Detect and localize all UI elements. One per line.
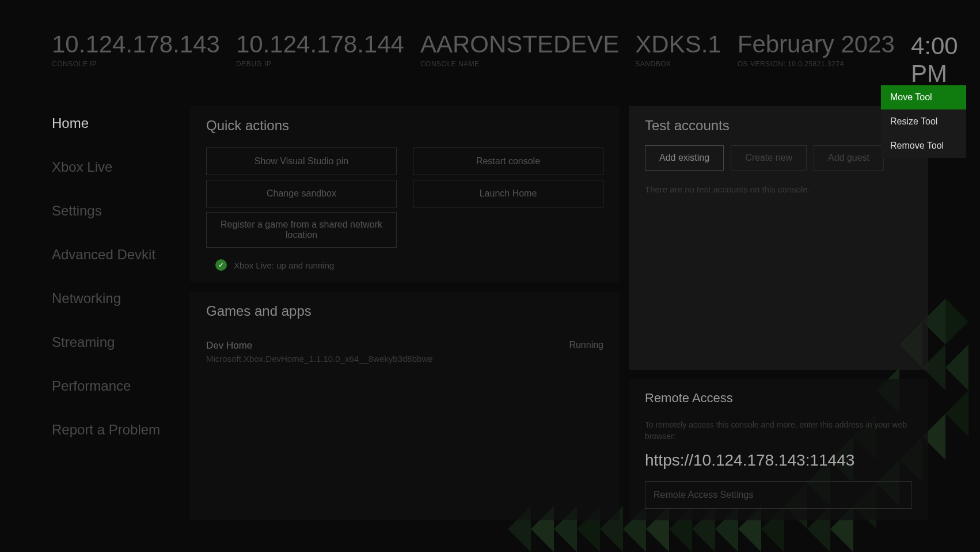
add-guest-button[interactable]: Add guest — [814, 145, 884, 171]
remote-access-settings-button[interactable]: Remote Access Settings — [645, 481, 912, 509]
sidebar-item-advanced-devkit[interactable]: Advanced Devkit — [52, 247, 190, 263]
header-bar: 10.124.178.143 CONSOLE IP 10.124.178.144… — [0, 0, 980, 88]
sidebar-item-networking[interactable]: Networking — [52, 290, 190, 307]
app-name: Dev Home — [206, 340, 433, 351]
sandbox-value: XDKS.1 — [635, 32, 721, 56]
sidebar-item-report-problem[interactable]: Report a Problem — [52, 422, 190, 438]
test-accounts-empty-text: There are no test accounts on this conso… — [645, 184, 912, 194]
header-console-name: AARONSTEDEVE CONSOLE NAME — [420, 32, 619, 68]
games-apps-title: Games and apps — [206, 303, 603, 319]
remote-access-desc: To remotely access this console and more… — [645, 419, 912, 442]
header-os-version: February 2023 OS VERSION: 10.0.25821.327… — [738, 32, 895, 68]
restart-console-button[interactable]: Restart console — [413, 148, 603, 175]
quick-actions-title: Quick actions — [206, 118, 603, 134]
app-id: Microsoft.Xbox.DevHome_1.1.10.0_x64__8we… — [206, 354, 433, 364]
add-existing-button[interactable]: Add existing — [645, 145, 724, 171]
sidebar: Home Xbox Live Settings Advanced Devkit … — [52, 106, 190, 520]
remote-access-title: Remote Access — [645, 391, 912, 406]
games-apps-panel: Games and apps Dev Home Microsoft.Xbox.D… — [190, 292, 620, 520]
console-name-value: AARONSTEDEVE — [420, 32, 619, 56]
app-row[interactable]: Dev Home Microsoft.Xbox.DevHome_1.1.10.0… — [206, 333, 603, 364]
quick-actions-panel: Quick actions Show Visual Studio pin Res… — [190, 106, 620, 282]
change-sandbox-button[interactable]: Change sandbox — [206, 180, 397, 207]
header-debug-ip: 10.124.178.144 DEBUG IP — [236, 32, 404, 68]
resize-tool-menu-item[interactable]: Resize Tool — [881, 109, 966, 134]
sidebar-item-home[interactable]: Home — [52, 115, 190, 131]
create-new-button[interactable]: Create new — [731, 145, 807, 171]
launch-home-button[interactable]: Launch Home — [413, 180, 603, 207]
debug-ip-value: 10.124.178.144 — [236, 32, 404, 56]
remove-tool-menu-item[interactable]: Remove Tool — [881, 134, 966, 158]
sidebar-item-streaming[interactable]: Streaming — [52, 334, 190, 350]
remote-access-url: https://10.124.178.143:11443 — [645, 451, 912, 470]
show-vs-pin-button[interactable]: Show Visual Studio pin — [206, 148, 397, 175]
xbox-live-status-text: Xbox Live: up and running — [234, 260, 334, 270]
console-name-label: CONSOLE NAME — [420, 60, 619, 68]
app-status: Running — [569, 340, 603, 364]
sidebar-item-settings[interactable]: Settings — [52, 203, 190, 219]
console-ip-label: CONSOLE IP — [52, 60, 220, 68]
sidebar-item-xbox-live[interactable]: Xbox Live — [52, 159, 190, 175]
header-time: 4:00 PM — [911, 32, 958, 88]
header-console-ip: 10.124.178.143 CONSOLE IP — [52, 32, 220, 68]
debug-ip-label: DEBUG IP — [236, 60, 404, 68]
move-tool-menu-item[interactable]: Move Tool — [881, 85, 966, 109]
sandbox-label: SANDBOX — [635, 60, 721, 68]
test-accounts-title: Test accounts — [645, 118, 912, 134]
xbox-live-status: ✓ Xbox Live: up and running — [206, 259, 603, 271]
register-game-button[interactable]: Register a game from a shared network lo… — [206, 212, 397, 248]
check-icon: ✓ — [215, 259, 227, 271]
sidebar-item-performance[interactable]: Performance — [52, 378, 190, 394]
tool-context-menu: Move Tool Resize Tool Remove Tool — [881, 85, 966, 158]
os-version-label: OS VERSION: 10.0.25821.3274 — [738, 60, 895, 68]
remote-access-panel: Remote Access To remotely access this co… — [629, 379, 928, 520]
console-ip-value: 10.124.178.143 — [52, 32, 220, 56]
os-version-value: February 2023 — [738, 32, 895, 56]
header-sandbox: XDKS.1 SANDBOX — [635, 32, 721, 68]
